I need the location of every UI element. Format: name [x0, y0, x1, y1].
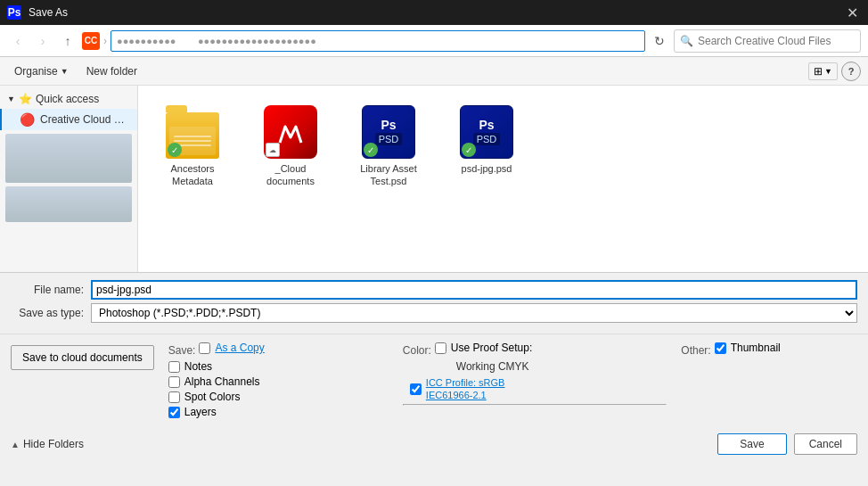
alpha-row: Alpha Channels: [168, 375, 389, 388]
save-options: Save: As a Copy Notes Alpha Channels Spo…: [168, 342, 389, 421]
psd-icon-psdjpg: Ps PSD ✓: [460, 105, 513, 159]
address-path[interactable]: ●●●●●●●●●● ●●●●●●●●●●●●●●●●●●●●: [111, 30, 645, 52]
view-button[interactable]: ⊞ ▼: [808, 62, 838, 80]
file-label-ancestors: AncestorsMetadata: [171, 162, 215, 188]
alpha-checkbox[interactable]: [168, 376, 180, 388]
icc-profile-checkbox[interactable]: [410, 383, 422, 395]
as-copy-label[interactable]: As a Copy: [215, 342, 264, 354]
help-button[interactable]: ?: [841, 62, 861, 81]
sidebar-item-creative-cloud[interactable]: 🔴 Creative Cloud Fil...: [0, 109, 137, 130]
spot-label[interactable]: Spot Colors: [184, 391, 241, 403]
address-bar: ‹ › ↑ CC › ●●●●●●●●●● ●●●●●●●●●●●●●●●●●●…: [0, 25, 868, 57]
working-profile: Working CMYK: [403, 360, 667, 373]
save-section-label: Save:: [168, 344, 196, 357]
file-item-cloud[interactable]: ☁ _Clouddocuments: [250, 100, 331, 194]
dialog-title: Save As: [29, 6, 68, 19]
file-label-psdjpg: psd-jpg.psd: [462, 162, 512, 175]
notes-checkbox[interactable]: [168, 361, 180, 373]
file-item-library[interactable]: Ps PSD ✓ Library AssetTest.psd: [348, 100, 429, 194]
search-wrapper: 🔍: [674, 29, 861, 53]
back-button[interactable]: ‹: [7, 30, 29, 52]
save-to-cloud-button[interactable]: Save to cloud documents: [11, 345, 154, 370]
check-badge-ancestors: ✓: [168, 143, 182, 157]
sidebar-extra-1: [5, 134, 132, 183]
up-button[interactable]: ↑: [57, 30, 78, 52]
file-label-library: Library AssetTest.psd: [360, 162, 417, 188]
file-item-psdjpg[interactable]: Ps PSD ✓ psd-jpg.psd: [446, 100, 527, 180]
hide-folders-label: Hide Folders: [23, 438, 84, 450]
title-bar: Ps Save As ✕: [0, 0, 868, 25]
main-content: ▼ ⭐ Quick access 🔴 Creative Cloud Fil...: [0, 86, 868, 273]
proof-setup-checkbox[interactable]: [435, 342, 446, 354]
alpha-label[interactable]: Alpha Channels: [184, 375, 260, 388]
saveastype-select[interactable]: Photoshop (*.PSD;*.PDD;*.PSDT): [91, 303, 857, 323]
filename-label: File name:: [11, 284, 91, 296]
color-options: Color: Use Proof Setup: Working CMYK ICC…: [403, 342, 667, 421]
cc-icon-cloud: ☁: [264, 105, 317, 159]
psd-icon-library: Ps PSD ✓: [362, 105, 415, 159]
star-icon: ⭐: [19, 93, 32, 105]
filename-row: File name:: [11, 280, 857, 300]
view-chevron-icon: ▼: [824, 67, 832, 76]
folder-icon-ancestors: ✓: [166, 105, 219, 159]
options-area: Save to cloud documents Save: As a Copy …: [0, 334, 868, 428]
cloud-badge: ☁: [266, 143, 280, 157]
proof-setup-row: Use Proof Setup:: [435, 342, 532, 354]
chevron-down-icon: ▼: [61, 67, 69, 76]
file-label-cloud: _Clouddocuments: [266, 162, 315, 188]
check-badge-psdjpg: ✓: [462, 143, 476, 157]
icc-profile-row: ICC Profile: sRGB IEC61966-2.1: [403, 376, 667, 401]
refresh-button[interactable]: ↻: [649, 30, 670, 52]
other-options: Other: Thumbnail: [681, 342, 857, 421]
hide-folders-toggle[interactable]: ▲ Hide Folders: [11, 438, 710, 450]
thumbnail-row: Thumbnail: [715, 342, 781, 354]
location-icon: CC: [82, 32, 100, 50]
layers-row: Layers: [168, 406, 389, 418]
as-copy-row: As a Copy: [199, 342, 264, 354]
search-input[interactable]: [674, 29, 861, 53]
save-button[interactable]: Save: [717, 433, 786, 455]
check-badge-library: ✓: [364, 143, 378, 157]
color-section-label: Color:: [403, 344, 431, 357]
saveastype-row: Save as type: Photoshop (*.PSD;*.PDD;*.P…: [11, 303, 857, 323]
filename-input[interactable]: [91, 280, 857, 300]
organise-button[interactable]: Organise ▼: [7, 62, 76, 80]
thumbnail-checkbox[interactable]: [715, 342, 726, 354]
spot-checkbox[interactable]: [168, 391, 180, 403]
new-folder-button[interactable]: New folder: [79, 62, 144, 80]
proof-setup-label: Use Proof Setup:: [451, 342, 532, 354]
search-icon: 🔍: [680, 35, 693, 47]
creative-cloud-icon: 🔴: [20, 112, 35, 127]
other-section-label: Other:: [681, 344, 710, 357]
sidebar-extra-2: [5, 186, 132, 222]
layers-checkbox[interactable]: [168, 407, 180, 418]
icc-profile-label: ICC Profile: sRGB IEC61966-2.1: [426, 376, 505, 401]
cloud-btn-container: Save to cloud documents: [11, 342, 154, 421]
saveastype-label: Save as type:: [11, 307, 91, 319]
notes-label[interactable]: Notes: [184, 360, 212, 373]
thumbnail-label[interactable]: Thumbnail: [731, 342, 781, 354]
sidebar-quick-access[interactable]: ▼ ⭐ Quick access: [0, 89, 137, 109]
app-icon: Ps: [7, 5, 21, 20]
notes-row: Notes: [168, 360, 389, 373]
forward-button[interactable]: ›: [32, 30, 53, 52]
path-separator: ›: [103, 35, 107, 47]
chevron-down-icon: ▼: [7, 95, 15, 103]
footer-area: ▲ Hide Folders Save Cancel: [0, 428, 868, 462]
as-copy-checkbox[interactable]: [199, 342, 210, 354]
divider: [403, 404, 667, 406]
cancel-button[interactable]: Cancel: [794, 433, 857, 455]
spot-row: Spot Colors: [168, 391, 389, 403]
layers-label[interactable]: Layers: [184, 406, 217, 418]
chevron-up-icon: ▲: [11, 440, 20, 449]
file-area: ✓ AncestorsMetadata ☁ _Clouddocuments Ps: [138, 86, 868, 272]
file-item-ancestors[interactable]: ✓ AncestorsMetadata: [152, 100, 233, 194]
sidebar: ▼ ⭐ Quick access 🔴 Creative Cloud Fil...: [0, 86, 138, 272]
view-icon: ⊞: [814, 65, 823, 78]
close-button[interactable]: ✕: [843, 4, 861, 21]
toolbar: Organise ▼ New folder ⊞ ▼ ?: [0, 57, 868, 86]
bottom-section: File name: Save as type: Photoshop (*.PS…: [0, 273, 868, 334]
